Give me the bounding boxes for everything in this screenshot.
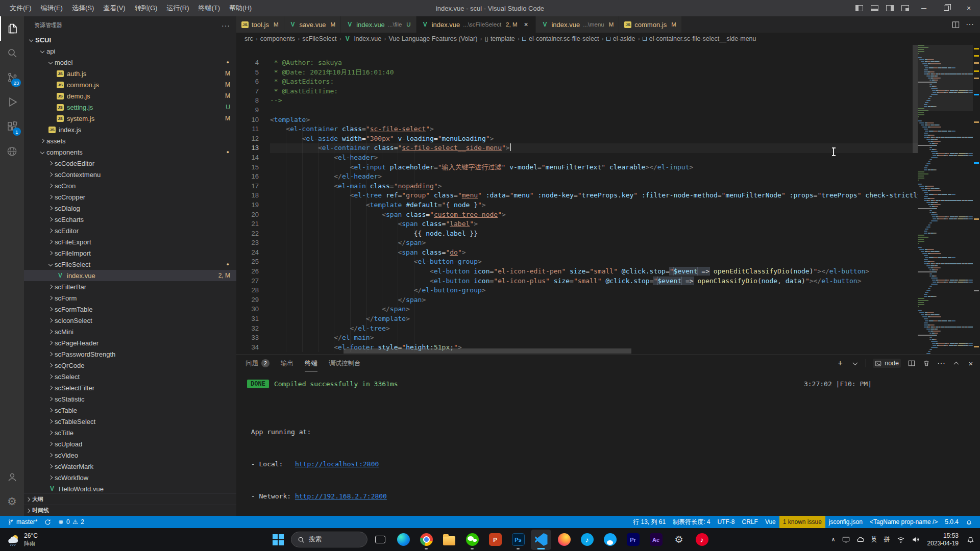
language-indicator-icon[interactable]: 英 (869, 533, 880, 546)
tree-item-scPasswordStrength[interactable]: scPasswordStrength (24, 348, 236, 360)
tree-item-scStatistic[interactable]: scStatistic (24, 393, 236, 405)
panel-tab-问题[interactable]: 问题2 (246, 355, 270, 371)
settings-gear-icon[interactable]: ⚙ (0, 489, 24, 514)
tree-item-model[interactable]: model● (24, 57, 236, 68)
task-view-icon[interactable] (370, 530, 390, 550)
tray-expand-icon[interactable]: ∧ (829, 534, 838, 545)
maximize-panel-icon[interactable] (952, 362, 960, 365)
status-cursor-position[interactable]: 行 13, 列 61 (629, 516, 669, 528)
sidebar-section-大纲[interactable]: 大纲 (24, 493, 236, 505)
tree-item-scEditor[interactable]: scEditor (24, 225, 236, 236)
settings-icon[interactable]: ⚙ (669, 530, 689, 550)
editor-tab-save.vue[interactable]: Vsave.vueM (284, 16, 341, 33)
run-debug-icon[interactable] (0, 90, 24, 114)
tree-item-scTable[interactable]: scTable (24, 405, 236, 416)
tree-item-common.js[interactable]: JScommon.jsM (24, 79, 236, 90)
firefox-icon[interactable] (554, 530, 574, 550)
tree-item-demo.js[interactable]: JSdemo.jsM (24, 90, 236, 102)
premiere-icon[interactable]: Pr (623, 530, 643, 550)
volume-icon[interactable] (909, 534, 922, 545)
explorer-icon[interactable] (0, 16, 24, 41)
new-terminal-icon[interactable]: + (836, 359, 844, 368)
status-tagname-hint[interactable]: <TagName prop-name /> (866, 516, 941, 528)
terminal-tab-node[interactable]: node (873, 359, 901, 368)
kill-terminal-icon[interactable] (922, 360, 930, 367)
sidebar-section-时间线[interactable]: 时间线 (24, 505, 236, 516)
wechat-icon[interactable] (462, 530, 482, 550)
tree-item-scVideo[interactable]: scVideo (24, 449, 236, 461)
tree-item-scWorkflow[interactable]: scWorkflow (24, 472, 236, 483)
breadcrumb-item[interactable]: src (244, 35, 253, 42)
editor-tab-index.vue[interactable]: Vindex.vue...\menuM (536, 16, 619, 33)
tree-item-scCropper[interactable]: scCropper (24, 191, 236, 203)
menu-F[interactable]: 文件(F) (5, 0, 36, 16)
powerpoint-icon[interactable]: P (485, 530, 505, 550)
netease-music-icon[interactable]: ♪ (692, 530, 712, 550)
tree-item-scEcharts[interactable]: scEcharts (24, 214, 236, 225)
tree-item-api[interactable]: api (24, 45, 236, 57)
tree-item-scContextmenu[interactable]: scContextmenu (24, 169, 236, 180)
status-encoding[interactable]: UTF-8 (714, 516, 739, 528)
tree-item-scTitle[interactable]: scTitle (24, 427, 236, 438)
panel-more-actions-icon[interactable]: ··· (937, 359, 945, 368)
split-editor-icon[interactable] (951, 21, 960, 29)
menu-H[interactable]: 帮助(H) (225, 0, 256, 16)
menu-R[interactable]: 运行(R) (162, 0, 193, 16)
tree-item-HelloWorld.vue[interactable]: VHelloWorld.vue (24, 483, 236, 493)
tree-item-scWaterMark[interactable]: scWaterMark (24, 461, 236, 472)
after-effects-icon[interactable]: Ae (646, 530, 666, 550)
problems-indicator[interactable]: ⊗ 0 ⚠ 2 (55, 516, 88, 528)
globe-icon[interactable] (0, 139, 24, 163)
tree-item-scSelectFilter[interactable]: scSelectFilter (24, 382, 236, 393)
sync-icon[interactable] (41, 516, 55, 528)
editor-horizontal-scrollbar[interactable] (344, 348, 631, 354)
tree-item-scCodeEditor[interactable]: scCodeEditor (24, 158, 236, 169)
search-icon[interactable] (0, 41, 24, 65)
minimap[interactable] (918, 45, 973, 355)
tree-item-scDialog[interactable]: scDialog (24, 203, 236, 214)
terminal-profile-dropdown-icon[interactable] (851, 362, 859, 365)
editor-tab-tool.js[interactable]: JStool.jsM (236, 16, 284, 33)
tree-item-scQrCode[interactable]: scQrCode (24, 360, 236, 371)
tree-item-components[interactable]: components● (24, 146, 236, 158)
breadcrumb-item[interactable]: Vindex.vue (344, 35, 382, 42)
ime-pinyin-icon[interactable]: 拼 (881, 533, 893, 546)
tree-item-scFileExport[interactable]: scFileExport (24, 236, 236, 247)
status-jsconfig[interactable]: jsconfig.json (825, 516, 866, 528)
toggle-panel-icon[interactable] (867, 0, 882, 16)
music-icon[interactable]: ♪ (577, 530, 597, 550)
tree-item-auth.js[interactable]: JSauth.jsM (24, 68, 236, 79)
source-control-icon[interactable]: 23 (0, 65, 24, 90)
breadcrumb-item[interactable]: el-aside (606, 35, 635, 42)
chrome-icon[interactable] (416, 530, 436, 550)
local-url-link[interactable]: http://localhost:2800 (295, 460, 379, 468)
menu-V[interactable]: 查看(V) (99, 0, 130, 16)
tree-item-scIconSelect[interactable]: scIconSelect (24, 315, 236, 326)
editor-tab-common.js[interactable]: JScommon.jsM (619, 16, 681, 33)
notification-center-icon[interactable] (964, 534, 977, 545)
network-url-link[interactable]: http://192.168.2.7:2800 (295, 492, 387, 500)
tree-item-scFileImport[interactable]: scFileImport (24, 247, 236, 259)
status-known-issue[interactable]: 1 known issue (779, 516, 825, 528)
editor-more-actions-icon[interactable]: ··· (966, 20, 974, 29)
status-language-mode[interactable]: Vue (762, 516, 779, 528)
tree-item-scFilterBar[interactable]: scFilterBar (24, 281, 236, 292)
taskbar-clock[interactable]: 15:53 2023-04-19 (923, 532, 963, 547)
close-panel-icon[interactable]: × (967, 359, 975, 368)
tree-item-scFormTable[interactable]: scFormTable (24, 304, 236, 315)
breadcrumb-item[interactable]: scFileSelect (302, 35, 336, 42)
breadcrumb-item[interactable]: {}template (485, 35, 515, 42)
extensions-icon[interactable]: 1 (0, 114, 24, 139)
project-root-row[interactable]: SCUI (24, 34, 236, 45)
onedrive-icon[interactable] (854, 534, 867, 546)
edge-icon[interactable] (393, 530, 413, 550)
file-explorer-icon[interactable] (439, 530, 459, 550)
explorer-more-actions-icon[interactable]: ··· (222, 21, 230, 30)
status-indentation[interactable]: 制表符长度: 4 (669, 516, 714, 528)
tree-item-scMini[interactable]: scMini (24, 326, 236, 337)
restore-button[interactable] (935, 0, 958, 16)
breadcrumb-item[interactable]: el-container.sc-file-select (522, 35, 599, 42)
account-icon[interactable] (0, 465, 24, 489)
panel-tab-调试控制台[interactable]: 调试控制台 (329, 355, 361, 371)
editor-vertical-scrollbar[interactable] (913, 45, 918, 153)
